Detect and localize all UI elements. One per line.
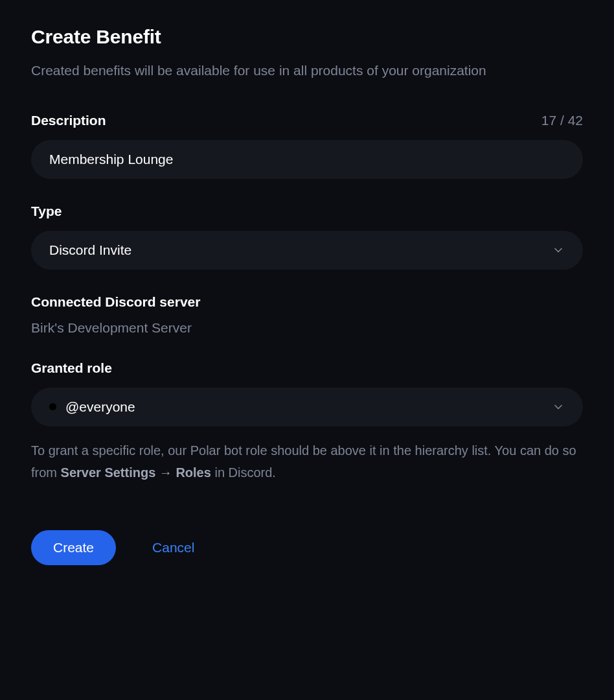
cancel-button[interactable]: Cancel [152, 540, 194, 555]
description-input[interactable] [31, 140, 583, 179]
description-char-count: 17 / 42 [541, 113, 583, 128]
chevron-down-icon [552, 244, 565, 257]
role-field-group: Granted role @everyone To grant a specif… [31, 360, 583, 484]
role-help-bold: Server Settings → Roles [61, 465, 211, 480]
type-field-group: Type Discord Invite [31, 204, 583, 270]
connected-server-group: Connected Discord server Birk's Developm… [31, 294, 583, 336]
role-select[interactable]: @everyone [31, 388, 583, 426]
role-color-dot [49, 403, 56, 410]
type-select-value: Discord Invite [49, 242, 131, 258]
create-button[interactable]: Create [31, 530, 116, 565]
type-header: Type [31, 204, 583, 219]
type-select[interactable]: Discord Invite [31, 231, 583, 270]
type-label: Type [31, 204, 62, 219]
button-row: Create Cancel [31, 530, 583, 565]
role-label: Granted role [31, 360, 112, 376]
description-header: Description 17 / 42 [31, 113, 583, 128]
role-help-suffix: in Discord. [211, 465, 276, 480]
description-field-group: Description 17 / 42 [31, 113, 583, 179]
chevron-down-icon [552, 401, 565, 414]
connected-server-label: Connected Discord server [31, 294, 200, 309]
role-select-value-wrapper: @everyone [49, 399, 135, 415]
role-help-text: To grant a specific role, our Polar bot … [31, 439, 583, 484]
connected-server-value: Birk's Development Server [31, 320, 583, 336]
role-select-value: @everyone [65, 399, 135, 415]
page-title: Create Benefit [31, 26, 583, 48]
page-subtitle: Created benefits will be available for u… [31, 60, 583, 82]
description-label: Description [31, 113, 106, 128]
role-header: Granted role [31, 360, 583, 376]
